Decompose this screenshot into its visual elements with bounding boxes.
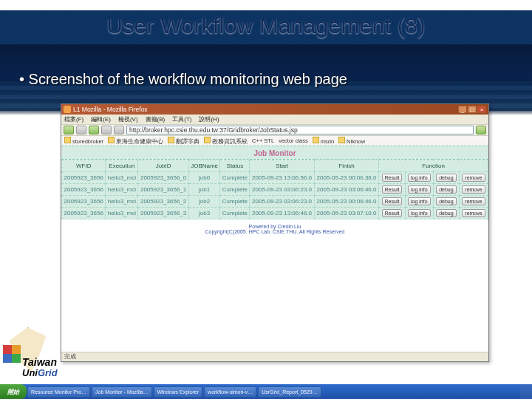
col-function: Function xyxy=(379,160,488,172)
maximize-button[interactable]: □ xyxy=(468,106,477,113)
cell-start: 2005-09-23 03:06:23.0 xyxy=(250,196,314,208)
result-button[interactable]: Result xyxy=(382,197,403,205)
loginfo-button[interactable]: log info xyxy=(408,209,431,217)
menubar: 檔案(F) 編輯(E) 檢視(V) 書籤(B) 工具(T) 說明(H) xyxy=(61,115,488,124)
taskbar-item[interactable]: Job Monitor - Mozilla… xyxy=(92,386,152,398)
cell-exec: hello3_mci xyxy=(106,208,138,219)
home-button[interactable] xyxy=(114,126,124,134)
close-button[interactable]: × xyxy=(477,106,486,113)
remove-button[interactable]: remove xyxy=(462,185,485,194)
job-monitor-heading: Job Monitor xyxy=(61,146,488,160)
taskbar-item[interactable]: workflow-simon-v… xyxy=(204,386,256,398)
forward-button[interactable] xyxy=(76,126,86,134)
cell-start: 2005-09-23 03:06:23.0 xyxy=(250,184,314,196)
menu-view[interactable]: 檢視(V) xyxy=(118,115,138,123)
remove-button[interactable]: remove xyxy=(462,209,485,217)
loginfo-button[interactable]: log info xyxy=(408,197,431,205)
bookmark-item[interactable]: C++ STL xyxy=(252,137,274,144)
result-button[interactable]: Result xyxy=(382,185,403,194)
cell-wfid: 2005923_3656 xyxy=(62,196,106,208)
cell-finish: 2005-09-23 03:06:46.0 xyxy=(314,184,378,196)
cell-jobid: 2005923_3656_1 xyxy=(138,184,188,196)
nav-toolbar: http://broker.hpc.csie.thu.edu.tw:37/Gri… xyxy=(61,124,488,136)
browser-window: L1 Mozilla - Mozilla Firefox _ □ × 檔案(F)… xyxy=(61,103,489,362)
window-controls: _ □ × xyxy=(458,106,486,113)
col-finish: Finish xyxy=(314,160,378,172)
bookmark-item[interactable]: vector class xyxy=(279,137,308,144)
logo-text-taiwan: Taiwan xyxy=(22,356,57,368)
bookmark-item[interactable]: 翻譯字典 xyxy=(168,137,200,146)
footer-copyright: Copyright(C)2005. HPC Lab. CSIE THU. All… xyxy=(61,229,488,234)
remove-button[interactable]: remove xyxy=(462,197,485,205)
cell-wfid: 2005923_3656 xyxy=(62,172,106,184)
table-row: 2005923_3656 hello3_mci 2005923_3656_1 j… xyxy=(62,184,488,196)
windows-taskbar: 開始 Resource Monitor Pro… Job Monitor - M… xyxy=(0,384,532,399)
debug-button[interactable]: debug xyxy=(436,174,456,182)
debug-button[interactable]: debug xyxy=(436,197,456,205)
cell-finish: 2005-05-23 00:06:46.0 xyxy=(314,196,378,208)
result-button[interactable]: Result xyxy=(382,209,403,217)
table-row: 2005923_3656 hello3_mci 2005923_3656_3 j… xyxy=(62,208,488,219)
start-button[interactable]: 開始 xyxy=(0,384,27,399)
cell-wfid: 2005923_3656 xyxy=(62,184,106,196)
cell-jobname: job0 xyxy=(188,172,220,184)
browser-statusbar: 完成 xyxy=(61,352,488,361)
cell-exec: hello3_mci xyxy=(106,172,138,184)
slide-bullet: Screenshot of the workflow monitoring we… xyxy=(19,71,525,88)
bookmark-item[interactable]: NIknow xyxy=(338,137,365,145)
cell-status: Complete xyxy=(220,172,250,184)
page-content: Job Monitor WFID Execution JobID JOBName… xyxy=(61,146,488,360)
loginfo-button[interactable]: log info xyxy=(408,174,431,182)
url-input[interactable]: http://broker.hpc.csie.thu.edu.tw:37/Gri… xyxy=(126,126,474,134)
cell-wfid: 2005923_3656 xyxy=(62,208,106,219)
col-jobid: JobID xyxy=(138,160,188,172)
cell-finish: 2005-05-23 03:07:10.0 xyxy=(314,208,378,219)
bookmark-item[interactable]: 東海生命健康中心 xyxy=(108,137,163,146)
stop-button[interactable] xyxy=(101,126,112,134)
go-button[interactable] xyxy=(476,126,486,134)
menu-tools[interactable]: 工具(T) xyxy=(172,115,191,123)
logo-text-unigrid: UniGrid xyxy=(22,367,58,378)
bookmark-item[interactable]: 教務資訊系統 xyxy=(204,137,248,146)
cell-status: Complete xyxy=(220,184,250,196)
table-row: 2005923_3656 hello3_mci 2005923_3656_0 j… xyxy=(62,172,488,184)
cell-jobname: job1 xyxy=(188,184,220,196)
col-status: Status xyxy=(220,160,250,172)
menu-bookmarks[interactable]: 書籤(B) xyxy=(146,115,166,123)
table-header-row: WFID Execution JobID JOBName Status Star… xyxy=(62,160,488,172)
cell-finish: 2005-05-23 00:06.38.0 xyxy=(314,172,378,184)
remove-button[interactable]: remove xyxy=(462,174,485,182)
bookmark-item[interactable]: msdn xyxy=(313,137,334,145)
cell-jobname: job2 xyxy=(188,196,220,208)
loginfo-button[interactable]: log info xyxy=(408,185,431,194)
cell-start: 2005-09-23 13:06:46.0 xyxy=(250,208,314,219)
back-button[interactable] xyxy=(64,126,74,134)
footer-credit: Powered by Credin Liu xyxy=(61,224,488,229)
bookmarks-bar: storedbroker 東海生命健康中心 翻譯字典 教務資訊系統 C++ ST… xyxy=(61,136,488,146)
menu-file[interactable]: 檔案(F) xyxy=(64,115,83,123)
menu-edit[interactable]: 編輯(E) xyxy=(91,115,111,123)
taskbar-item[interactable]: UsrGrid_Report_0529… xyxy=(258,386,321,398)
titlebar[interactable]: L1 Mozilla - Mozilla Firefox _ □ × xyxy=(61,104,488,115)
system-tray[interactable] xyxy=(520,384,532,399)
cell-jobid: 2005923_3656_0 xyxy=(138,172,188,184)
col-jobname: JOBName xyxy=(188,160,220,172)
cell-start: 2005-09-23 13:06.56.0 xyxy=(250,172,314,184)
bookmark-item[interactable]: storedbroker xyxy=(64,137,103,145)
slide-title: User Workflow Management (8) xyxy=(0,13,532,38)
window-title: L1 Mozilla - Mozilla Firefox xyxy=(73,106,148,113)
col-execution: Execution xyxy=(106,160,138,172)
cell-status: Complete xyxy=(220,208,250,219)
firefox-icon xyxy=(64,106,71,113)
col-start: Start xyxy=(250,160,314,172)
cell-status: Complete xyxy=(220,196,250,208)
debug-button[interactable]: debug xyxy=(436,185,456,194)
reload-button[interactable] xyxy=(89,126,99,134)
taskbar-item[interactable]: Windows Explorer xyxy=(154,386,202,398)
menu-help[interactable]: 說明(H) xyxy=(199,115,219,123)
minimize-button[interactable]: _ xyxy=(458,106,467,113)
result-button[interactable]: Result xyxy=(382,174,403,182)
debug-button[interactable]: debug xyxy=(436,209,456,217)
taskbar-item[interactable]: Resource Monitor Pro… xyxy=(27,386,90,398)
cell-exec: hello3_mci xyxy=(106,184,138,196)
